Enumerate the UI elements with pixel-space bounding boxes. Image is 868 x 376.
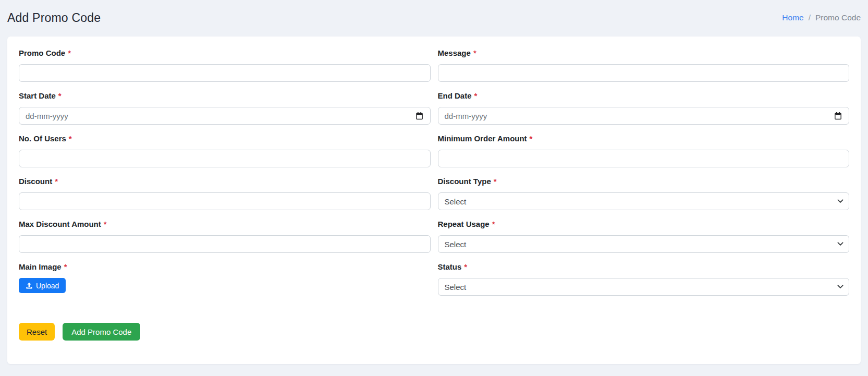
field-end-date: End Date* dd-mm-yyyy: [438, 92, 850, 125]
field-message: Message*: [438, 49, 850, 82]
reset-button[interactable]: Reset: [19, 323, 55, 341]
form-actions: Reset Add Promo Code: [19, 323, 849, 341]
required-asterisk: *: [68, 48, 71, 57]
promo-code-form: Promo Code* Message* Start Date* dd-mm-y…: [19, 49, 849, 306]
breadcrumb-current: Promo Code: [815, 13, 861, 22]
required-asterisk: *: [494, 177, 497, 186]
discount-input[interactable]: [19, 192, 431, 210]
label-text: Message: [438, 48, 471, 57]
required-asterisk: *: [492, 220, 495, 228]
breadcrumb: Home / Promo Code: [782, 13, 861, 22]
breadcrumb-separator: /: [809, 13, 811, 22]
field-discount-type: Discount Type* Select: [438, 177, 850, 210]
field-no-of-users: No. Of Users*: [19, 135, 431, 167]
add-promo-code-button[interactable]: Add Promo Code: [63, 323, 140, 341]
field-label: End Date*: [438, 92, 850, 100]
field-label: Minimum Order Amount*: [438, 135, 850, 143]
field-max-discount-amount: Max Discount Amount*: [19, 220, 431, 253]
label-text: Main Image: [19, 262, 62, 271]
field-minimum-order-amount: Minimum Order Amount*: [438, 135, 850, 167]
required-asterisk: *: [69, 134, 72, 143]
field-label: Status*: [438, 263, 850, 271]
start-date-input[interactable]: dd-mm-yyyy: [19, 107, 431, 125]
minimum-order-amount-input[interactable]: [438, 150, 850, 167]
required-asterisk: *: [58, 91, 62, 100]
field-label: Start Date*: [19, 92, 431, 100]
max-discount-amount-input[interactable]: [19, 235, 431, 253]
field-label: Discount*: [19, 177, 431, 186]
field-promo-code: Promo Code*: [19, 49, 431, 82]
required-asterisk: *: [473, 48, 476, 57]
label-text: Discount: [19, 177, 52, 186]
required-asterisk: *: [530, 134, 533, 143]
field-label: Repeat Usage*: [438, 220, 850, 228]
label-text: Start Date: [19, 91, 56, 100]
label-text: Repeat Usage: [438, 220, 490, 228]
date-placeholder: dd-mm-yyyy: [445, 112, 487, 120]
field-start-date: Start Date* dd-mm-yyyy: [19, 92, 431, 125]
label-text: No. Of Users: [19, 134, 66, 143]
field-label: No. Of Users*: [19, 135, 431, 143]
field-main-image: Main Image* Upload: [19, 263, 431, 296]
field-label: Promo Code*: [19, 49, 431, 57]
label-text: Discount Type: [438, 177, 491, 186]
select-wrapper: Select: [438, 192, 850, 210]
label-text: Promo Code: [19, 48, 65, 57]
label-text: Max Discount Amount: [19, 220, 101, 228]
field-discount: Discount*: [19, 177, 431, 210]
field-label: Message*: [438, 49, 850, 57]
breadcrumb-home-link[interactable]: Home: [782, 13, 803, 22]
status-select[interactable]: Select: [438, 278, 850, 296]
field-label: Discount Type*: [438, 177, 850, 186]
calendar-icon[interactable]: [834, 112, 842, 120]
field-label: Main Image*: [19, 263, 431, 271]
field-status: Status* Select: [438, 263, 850, 296]
upload-icon: [26, 282, 33, 289]
discount-type-select[interactable]: Select: [438, 192, 850, 210]
field-label: Max Discount Amount*: [19, 220, 431, 228]
label-text: Minimum Order Amount: [438, 134, 527, 143]
required-asterisk: *: [55, 177, 58, 186]
page-header: Add Promo Code Home / Promo Code: [0, 0, 868, 30]
no-of-users-input[interactable]: [19, 150, 431, 167]
label-text: Status: [438, 262, 462, 271]
upload-button-label: Upload: [36, 282, 59, 290]
required-asterisk: *: [464, 262, 467, 271]
required-asterisk: *: [64, 262, 67, 271]
required-asterisk: *: [104, 220, 107, 228]
upload-button[interactable]: Upload: [19, 278, 66, 293]
calendar-icon[interactable]: [415, 112, 424, 120]
promo-code-input[interactable]: [19, 64, 431, 82]
repeat-usage-select[interactable]: Select: [438, 235, 850, 253]
label-text: End Date: [438, 91, 472, 100]
page-title: Add Promo Code: [7, 11, 101, 25]
end-date-input[interactable]: dd-mm-yyyy: [438, 107, 850, 125]
select-wrapper: Select: [438, 235, 850, 253]
form-card: Promo Code* Message* Start Date* dd-mm-y…: [7, 37, 861, 364]
date-placeholder: dd-mm-yyyy: [26, 112, 68, 120]
message-input[interactable]: [438, 64, 850, 82]
field-repeat-usage: Repeat Usage* Select: [438, 220, 850, 253]
select-wrapper: Select: [438, 278, 850, 296]
required-asterisk: *: [474, 91, 478, 100]
